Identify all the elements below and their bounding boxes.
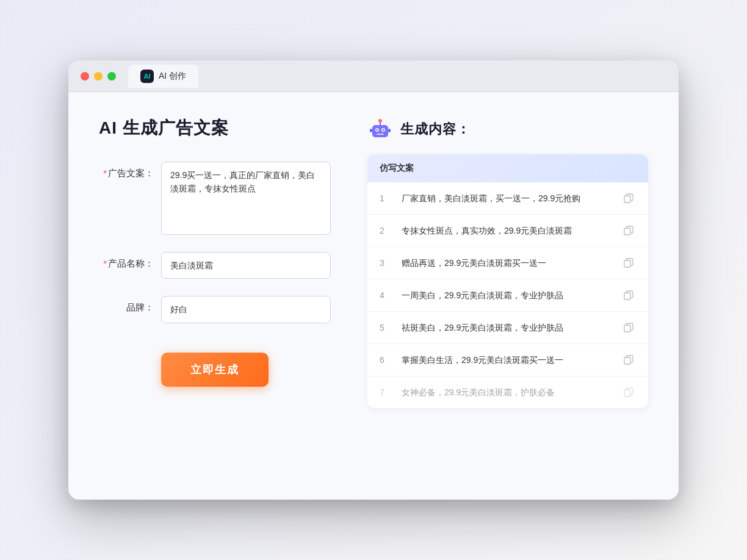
brand-input[interactable] <box>161 296 331 323</box>
table-header: 仿写文案 <box>367 154 648 182</box>
svg-point-7 <box>378 119 382 123</box>
ad-copy-group: *广告文案： <box>99 162 331 235</box>
svg-rect-11 <box>624 228 630 235</box>
row-text: 专抹女性斑点，真实功效，29.9元美白淡斑霜 <box>402 224 612 237</box>
svg-rect-0 <box>372 125 388 137</box>
table-row: 2专抹女性斑点，真实功效，29.9元美白淡斑霜 <box>367 215 648 247</box>
copy-icon[interactable] <box>621 288 636 303</box>
copy-icon[interactable] <box>621 256 636 270</box>
result-header: 生成内容： <box>367 117 648 142</box>
result-title: 生成内容： <box>400 120 471 138</box>
left-panel: AI 生成广告文案 *广告文案： *产品名称： 品牌： 立 <box>99 117 331 475</box>
row-text: 掌握美白生活，29.9元美白淡斑霜买一送一 <box>402 354 612 367</box>
brand-label: 品牌： <box>99 296 154 314</box>
copy-icon[interactable] <box>621 320 636 335</box>
row-number: 7 <box>380 387 392 397</box>
table-row: 5祛斑美白，29.9元美白淡斑霜，专业护肤品 <box>367 312 648 344</box>
svg-rect-12 <box>624 260 630 267</box>
svg-rect-14 <box>624 325 630 332</box>
svg-rect-15 <box>624 357 630 364</box>
svg-rect-13 <box>624 293 630 300</box>
svg-point-3 <box>377 129 378 131</box>
row-number: 4 <box>380 290 392 300</box>
required-star-2: * <box>103 258 107 268</box>
row-number: 5 <box>380 323 392 332</box>
title-bar: AI AI 创作 <box>68 60 679 92</box>
maximize-button[interactable] <box>107 72 116 81</box>
required-star: * <box>103 168 107 178</box>
product-name-label: *产品名称： <box>99 252 154 270</box>
svg-rect-9 <box>388 129 391 132</box>
svg-rect-8 <box>370 129 372 132</box>
row-text: 厂家直销，美白淡斑霜，买一送一，29.9元抢购 <box>402 192 612 205</box>
browser-window: AI AI 创作 AI 生成广告文案 *广告文案： *产品名称： <box>68 60 679 500</box>
table-row: 7女神必备，29.9元美白淡斑霜，护肤必备 <box>367 376 648 408</box>
table-row: 1厂家直销，美白淡斑霜，买一送一，29.9元抢购 <box>367 182 648 215</box>
copy-icon[interactable] <box>621 223 636 238</box>
svg-rect-16 <box>624 390 630 397</box>
product-name-input[interactable] <box>161 252 331 279</box>
copy-icon[interactable] <box>621 353 636 367</box>
copy-icon[interactable] <box>621 385 636 400</box>
ai-tab-icon: AI <box>140 70 154 83</box>
robot-icon <box>367 117 393 142</box>
content-area: AI 生成广告文案 *广告文案： *产品名称： 品牌： 立 <box>68 92 679 500</box>
ad-copy-input[interactable] <box>161 162 331 235</box>
row-text: 祛斑美白，29.9元美白淡斑霜，专业护肤品 <box>402 321 612 334</box>
table-row: 4一周美白，29.9元美白淡斑霜，专业护肤品 <box>367 279 648 312</box>
copy-icon[interactable] <box>621 191 636 206</box>
brand-group: 品牌： <box>99 296 331 323</box>
row-text: 赠品再送，29.9元美白淡斑霜买一送一 <box>402 257 612 270</box>
svg-rect-10 <box>624 196 630 203</box>
row-number: 1 <box>380 193 392 203</box>
ad-copy-label: *广告文案： <box>99 162 154 179</box>
right-panel: 生成内容： 仿写文案 1厂家直销，美白淡斑霜，买一送一，29.9元抢购 2专抹女… <box>367 117 648 475</box>
ai-tab[interactable]: AI AI 创作 <box>128 65 198 88</box>
svg-point-4 <box>383 129 384 131</box>
row-number: 6 <box>380 355 392 365</box>
table-row: 6掌握美白生活，29.9元美白淡斑霜买一送一 <box>367 344 648 376</box>
result-table: 仿写文案 1厂家直销，美白淡斑霜，买一送一，29.9元抢购 2专抹女性斑点，真实… <box>367 154 648 408</box>
close-button[interactable] <box>81 72 89 81</box>
generate-button[interactable]: 立即生成 <box>161 353 269 387</box>
page-title: AI 生成广告文案 <box>99 117 331 140</box>
minimize-button[interactable] <box>94 72 103 81</box>
row-number: 3 <box>380 258 392 268</box>
tab-label: AI 创作 <box>159 71 186 82</box>
table-row: 3赠品再送，29.9元美白淡斑霜买一送一 <box>367 247 648 279</box>
svg-rect-5 <box>377 134 384 135</box>
traffic-lights <box>81 72 116 81</box>
row-text: 女神必备，29.9元美白淡斑霜，护肤必备 <box>402 386 612 399</box>
row-text: 一周美白，29.9元美白淡斑霜，专业护肤品 <box>402 289 612 302</box>
product-name-group: *产品名称： <box>99 252 331 279</box>
row-number: 2 <box>380 226 392 235</box>
